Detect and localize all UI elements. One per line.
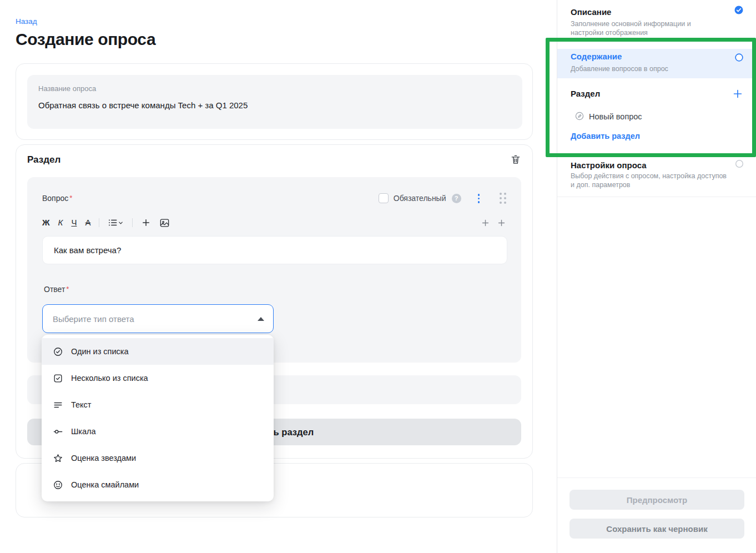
star-icon <box>53 453 63 464</box>
step-content-item[interactable]: Содержание Добавление вопросов в опрос <box>557 49 756 78</box>
checkbox-icon <box>53 373 63 384</box>
survey-name-input[interactable]: Название опроса Обратная связь о встрече… <box>27 75 522 129</box>
plus-icon <box>497 218 506 228</box>
trash-icon <box>510 154 521 165</box>
step-content-subtitle: Добавление вопросов в опрос <box>571 64 668 73</box>
tree-new-question-item[interactable]: Новый вопрос <box>589 112 642 121</box>
image-icon <box>159 218 170 228</box>
step-content-title: Содержание <box>571 52 622 61</box>
smiley-icon <box>53 480 63 490</box>
chevron-down-icon <box>118 220 124 226</box>
insert-image-button[interactable] <box>159 218 170 228</box>
question-text-value: Как вам встреча? <box>54 245 121 255</box>
add-question-below-button[interactable] <box>497 218 506 228</box>
dropdown-option-multi-choice[interactable]: Несколько из списка <box>42 365 274 391</box>
answer-type-select[interactable]: Выберите тип ответа <box>42 304 274 333</box>
new-question-pencil-icon <box>574 111 584 121</box>
answer-type-placeholder: Выберите тип ответа <box>53 314 134 324</box>
tree-add-section-link[interactable]: Добавить раздел <box>571 132 640 140</box>
step-settings-subtitle: Выбор действия с опросом, настройка дост… <box>571 172 727 190</box>
save-draft-button[interactable]: Сохранить как черновик <box>569 519 744 539</box>
scale-icon <box>53 426 63 437</box>
answer-label: Ответ* <box>44 285 69 294</box>
step-settings-title[interactable]: Настройки опроса <box>571 160 647 170</box>
caret-up-icon <box>258 317 264 321</box>
dropdown-option-scale[interactable]: Шкала <box>42 418 274 445</box>
kebab-menu-icon[interactable] <box>475 193 483 204</box>
question-header-row: Вопрос* Обязательный ? <box>42 193 506 204</box>
help-icon[interactable]: ? <box>452 194 461 203</box>
dropdown-option-smiley-rating[interactable]: Оценка смайлами <box>42 471 274 498</box>
right-sidebar: Описание Заполнение основной информации … <box>557 0 756 553</box>
step-active-radio-icon <box>734 53 744 62</box>
step-description-title[interactable]: Описание <box>571 7 611 17</box>
toolbar-divider <box>132 218 133 227</box>
step-done-check-icon <box>734 5 744 15</box>
list-style-button[interactable] <box>108 218 124 228</box>
question-text-input[interactable]: Как вам встреча? <box>42 236 507 264</box>
plus-icon <box>481 218 490 228</box>
list-icon <box>108 218 118 228</box>
step-description-subtitle: Заполнение основной информации и настрой… <box>571 19 725 38</box>
text-icon <box>53 400 63 410</box>
required-checkbox[interactable] <box>379 193 389 203</box>
radio-check-icon <box>53 346 63 357</box>
italic-button[interactable]: К <box>58 217 63 228</box>
answer-type-dropdown: Один из списка Несколько из списка Текст… <box>42 335 274 501</box>
richtext-toolbar: Ж К Ч А <box>42 216 506 229</box>
add-question-plus-button[interactable] <box>732 88 744 100</box>
delete-section-button[interactable] <box>510 154 521 165</box>
plus-icon <box>732 88 744 100</box>
survey-builder-page: Назад Создание опроса Название опроса Об… <box>0 0 756 553</box>
underline-button[interactable]: Ч <box>71 217 77 228</box>
add-question-above-button[interactable] <box>481 218 490 228</box>
survey-name-card: Название опроса Обратная связь о встрече… <box>16 63 533 140</box>
required-mark: * <box>66 285 69 293</box>
sidebar-footer-divider <box>557 477 756 478</box>
step-pending-radio-icon <box>735 159 744 168</box>
survey-name-value: Обратная связь о встрече команды Tech + … <box>38 100 511 110</box>
sidebar-divider <box>557 197 756 197</box>
strikethrough-button[interactable]: А <box>85 217 90 228</box>
plus-icon <box>141 218 151 228</box>
required-checkbox-label: Обязательный <box>394 194 446 203</box>
question-label: Вопрос* <box>42 194 72 203</box>
dropdown-option-single-choice[interactable]: Один из списка <box>42 338 274 365</box>
dropdown-option-text[interactable]: Текст <box>42 391 274 418</box>
insert-button[interactable] <box>141 218 151 228</box>
back-link[interactable]: Назад <box>16 17 37 26</box>
drag-handle-icon[interactable] <box>500 193 506 204</box>
tree-section-label[interactable]: Раздел <box>571 89 600 98</box>
survey-name-label: Название опроса <box>38 84 511 93</box>
toolbar-divider <box>99 218 99 227</box>
dropdown-option-star-rating[interactable]: Оценка звездами <box>42 445 274 471</box>
preview-button[interactable]: Предпросмотр <box>569 490 744 510</box>
page-title: Создание опроса <box>16 30 155 49</box>
section-card-title: Раздел <box>27 154 61 165</box>
bold-button[interactable]: Ж <box>42 217 50 228</box>
required-mark: * <box>69 194 72 202</box>
